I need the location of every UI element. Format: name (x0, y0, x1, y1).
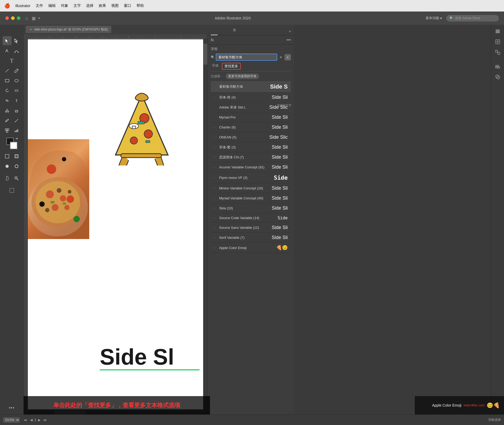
hand-tool[interactable] (3, 174, 12, 183)
font-expand-chevron: › (214, 136, 218, 139)
artboard-tool[interactable] (7, 186, 16, 195)
document-tab[interactable]: ✕ side-slice-pizza-logo.ai* @ 53.5% (CMY… (26, 26, 111, 33)
properties-panel-icon[interactable] (493, 37, 502, 46)
eyedropper-tool[interactable] (3, 116, 12, 125)
scroll-vertical[interactable] (203, 38, 207, 414)
warp-tool[interactable] (3, 96, 12, 105)
menu-view[interactable]: 视图 (111, 3, 119, 8)
pen-tool[interactable] (3, 46, 12, 55)
symbol-tool[interactable] (3, 126, 12, 135)
direct-selection-tool[interactable] (12, 36, 21, 45)
svg-line-16 (6, 69, 9, 72)
fx-more-icon[interactable]: ••• (286, 38, 291, 42)
menu-text[interactable]: 文字 (74, 3, 81, 8)
menu-edit[interactable]: 编辑 (48, 3, 56, 8)
font-list-item[interactable]: ›Flynn mono VF (3)Side (211, 172, 291, 183)
scissors-tool[interactable] (3, 106, 12, 115)
stroke-mode[interactable] (12, 162, 21, 171)
rotate-tool[interactable] (3, 86, 12, 95)
layers-panel-icon[interactable] (493, 27, 502, 36)
font-list-item[interactable]: Myriad ProSide Sli (211, 112, 291, 122)
align-panel-icon[interactable] (493, 62, 502, 71)
graph-tool[interactable] (12, 126, 21, 135)
canvas-area[interactable]: Side Sl (24, 34, 207, 414)
ellipse-tool[interactable] (12, 76, 21, 85)
svg-point-41 (15, 165, 18, 168)
reflect-tool[interactable] (12, 86, 21, 95)
transform-panel-icon[interactable] (493, 48, 502, 57)
font-list-item[interactable]: ›Acumin Variable Concept (91)Side Sli (211, 162, 291, 172)
line-tool[interactable] (3, 66, 12, 75)
rectangle-tool[interactable] (3, 76, 12, 85)
svg-point-53 (35, 181, 80, 223)
panel-expand-icon[interactable]: » (289, 29, 291, 33)
menu-effect[interactable]: 效果 (99, 3, 106, 8)
filter-tag[interactable]: 更多可供使用的字体 (225, 74, 259, 79)
last-page-btn[interactable]: ⏭ (43, 417, 48, 423)
normal-mode[interactable] (3, 152, 12, 161)
first-page-btn[interactable]: ⏮ (23, 417, 28, 423)
swap-colors-icon[interactable]: ⇄ (16, 137, 18, 140)
pathfinder-panel-icon[interactable] (493, 72, 502, 81)
eraser-tool[interactable] (12, 106, 21, 115)
draw-tools-2 (3, 66, 21, 75)
font-list-item[interactable]: ›Minion Variable Concept (16)Side Sli (211, 183, 291, 193)
menu-select[interactable]: 选择 (86, 3, 93, 8)
font-search-dropdown[interactable]: ▾ (285, 54, 291, 60)
svg-point-57 (64, 205, 70, 210)
font-search-clear-icon[interactable]: ✕ (278, 55, 284, 60)
more-tools[interactable]: ••• (7, 403, 16, 412)
font-list-item[interactable]: ›Source Sans Variable (12)Side Sli (211, 223, 291, 233)
menu-help[interactable]: 帮助 (136, 3, 144, 8)
font-list-item[interactable]: ›宋体-繁 (3)Side Sli (211, 142, 291, 152)
background-color[interactable] (10, 142, 17, 149)
zoom-control[interactable]: 53.5% 100% 50% 75% (3, 417, 20, 423)
selection-tool[interactable] (3, 36, 12, 45)
fullscreen-button[interactable] (17, 16, 20, 20)
symbol-tools (3, 126, 21, 135)
font-list-item[interactable]: ›Myriad Variable Concept (40)Side Sli (211, 193, 291, 203)
menu-illustrator[interactable]: Illustrator (15, 4, 30, 8)
font-expand-chevron: › (214, 176, 218, 179)
zoom-tool[interactable] (12, 174, 21, 183)
panel-tab-library[interactable]: 库 (233, 27, 236, 35)
font-list-item[interactable]: 素材集市酷方体Side S (211, 81, 291, 92)
next-page-btn[interactable]: ▶ (37, 417, 42, 423)
menu-object[interactable]: 对象 (61, 3, 68, 8)
font-list-item[interactable]: ›Charter (6)Side Sli (211, 122, 291, 132)
font-list-item[interactable]: ›Source Code Variable (14)Side (211, 213, 291, 223)
font-search-input[interactable] (216, 54, 277, 61)
layout-arrow[interactable]: ▾ (38, 16, 40, 20)
minimize-button[interactable] (11, 16, 15, 20)
font-list-item[interactable]: ›Apple Color Emoji🍕😊 (211, 243, 291, 253)
curvature-tool[interactable] (12, 46, 21, 55)
font-list-item[interactable]: ›Skia (10)Side Sli (211, 203, 291, 213)
pencil-tool[interactable] (12, 66, 21, 75)
font-tab-find-more[interactable]: 查找更多 (222, 63, 241, 70)
apple-menu[interactable]: 🍎 (4, 3, 10, 9)
font-tab-fonts[interactable]: 字体 (211, 63, 220, 70)
font-list-item[interactable]: ›Serif Variable (7)Side Sli (211, 233, 291, 243)
menu-window[interactable]: 窗口 (124, 3, 131, 8)
font-list-item[interactable]: ›ONEAN (5)Side Slic (211, 132, 291, 142)
svg-marker-64 (119, 102, 164, 152)
layout-icon[interactable]: ▦ (32, 16, 36, 21)
home-icon[interactable]: ⌂ (25, 15, 28, 21)
tab-close-icon[interactable]: ✕ (29, 28, 33, 31)
menu-file[interactable]: 文件 (36, 3, 43, 8)
zoom-select[interactable]: 53.5% 100% 50% 75% (3, 417, 20, 423)
font-list[interactable]: 素材集市酷方体Side S›宋体-简 (4)Side SliAdobe 宋体 S… (211, 81, 291, 265)
font-expand-chevron: › (214, 236, 218, 239)
close-button[interactable] (5, 16, 9, 20)
width-tool[interactable] (12, 96, 21, 105)
workspace-button[interactable]: 基本功能 ▾ (426, 16, 442, 20)
type-tool[interactable]: T (7, 56, 16, 65)
fill-mode[interactable] (3, 162, 12, 171)
measure-tool[interactable] (12, 116, 21, 125)
font-list-item[interactable]: ›宋体-简 (4)Side Sli (211, 92, 291, 102)
prev-page-btn[interactable]: ◀ (29, 417, 34, 423)
screen-mode[interactable] (12, 152, 21, 161)
font-list-item[interactable]: ›思源黑体 CN (7)Side Sli (211, 152, 291, 162)
scroll-thumb-v[interactable] (203, 44, 207, 65)
stock-search[interactable]: 🔍 搜索 Adobe Stock (446, 15, 499, 22)
